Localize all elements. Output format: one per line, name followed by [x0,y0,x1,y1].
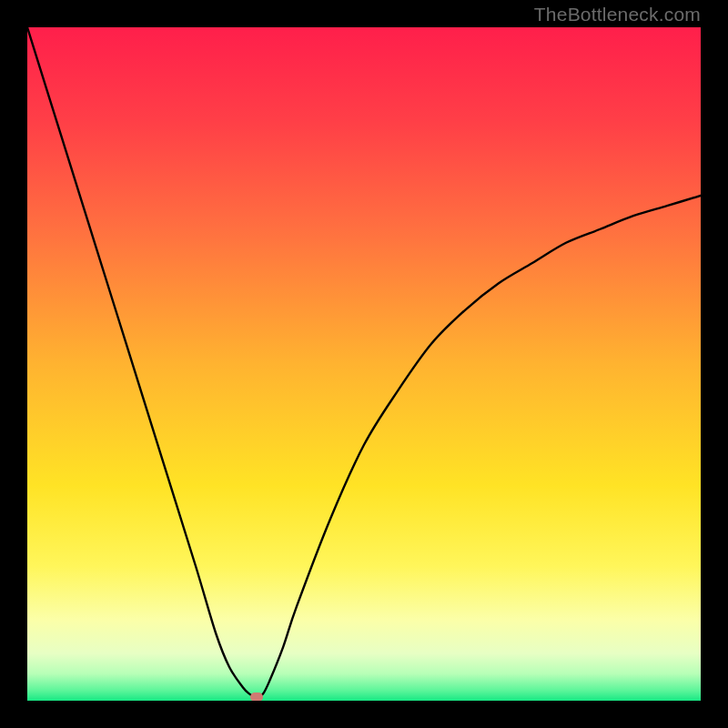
chart-frame: TheBottleneck.com [0,0,728,728]
plot-area [27,27,701,701]
bottleneck-curve-path [27,27,701,697]
watermark-text: TheBottleneck.com [534,4,701,25]
curve-svg [27,27,701,701]
optimal-point-marker [250,693,263,701]
